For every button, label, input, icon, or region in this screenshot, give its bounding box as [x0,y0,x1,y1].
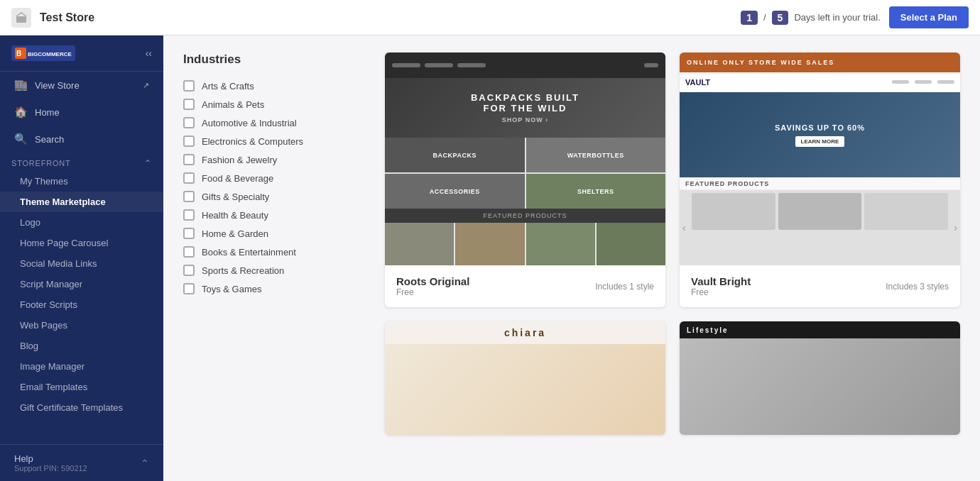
roots-theme-name: Roots Original [396,275,469,287]
roots-nav-dot-2 [425,63,453,67]
sidebar-item-view-store[interactable]: 🏬 View Store ↗ [0,72,163,99]
sidebar-item-label: View Store [35,80,80,91]
sidebar-item-theme-marketplace[interactable]: Theme Marketplace [0,192,163,212]
industry-checkbox[interactable] [183,283,195,294]
sidebar-item-web-pages[interactable]: Web Pages [0,315,163,336]
store-icon [11,8,31,28]
industry-health[interactable]: Health & Beauty [183,206,368,224]
industries-title: Industries [183,52,368,67]
themes-grid: BACKPACKS BUILT FOR THE WILD SHOP NOW › … [385,52,960,435]
vault-navigation: VAULT [680,72,960,92]
industry-checkbox[interactable] [183,246,195,258]
sidebar-item-search[interactable]: 🔍 Search [0,126,163,153]
chiara-hero [385,344,665,435]
roots-product-2 [455,223,524,265]
roots-product-grid: BACKPACKS WATERBOTTLES ACCESSORIES SHELT… [385,138,665,209]
sidebar-item-gift-certificate-templates[interactable]: Gift Certificate Templates [0,397,163,418]
theme-card-roots-original[interactable]: BACKPACKS BUILT FOR THE WILD SHOP NOW › … [385,52,665,307]
industry-checkbox[interactable] [183,136,195,147]
theme-card-chiara[interactable]: chiara [385,321,665,435]
sidebar-collapse-button[interactable]: ‹‹ [146,48,152,59]
sidebar-item-blog[interactable]: Blog [0,336,163,356]
sidebar-item-image-manager[interactable]: Image Manager [0,356,163,377]
vault-carousel-items [689,190,952,233]
sidebar-item-footer-scripts[interactable]: Footer Scripts [0,294,163,315]
roots-product-3 [526,223,595,265]
roots-hero: BACKPACKS BUILT FOR THE WILD SHOP NOW › [385,78,665,138]
industry-animals-pets[interactable]: Animals & Pets [183,95,368,114]
chiara-preview: chiara [385,321,665,435]
industry-toys[interactable]: Toys & Games [183,280,368,298]
industry-home-garden[interactable]: Home & Garden [183,224,368,243]
industries-panel: Industries Arts & Crafts Animals & Pets … [183,52,368,298]
trial-info: 1 / 5 Days left in your trial. [741,11,881,25]
industry-fashion[interactable]: Fashion & Jewelry [183,150,368,169]
industry-arts-crafts[interactable]: Arts & Crafts [183,77,368,95]
chiara-logo: chiara [504,327,546,338]
sidebar-item-social-media-links[interactable]: Social Media Links [0,253,163,274]
svg-text:BIGCOMMERCE: BIGCOMMERCE [28,51,72,57]
vault-featured-title: FEATURED PRODUCTS [680,177,960,190]
industry-checkbox[interactable] [183,172,195,184]
sidebar-item-home[interactable]: 🏠 Home [0,99,163,126]
sidebar: B BIGCOMMERCE ‹‹ 🏬 View Store ↗ 🏠 Home 🔍… [0,35,163,481]
industry-automotive[interactable]: Automotive & Industrial [183,114,368,132]
industry-sports[interactable]: Sports & Recreation [183,261,368,280]
vault-card-info: Vault Bright Free Includes 3 styles [680,265,960,307]
industry-electronics[interactable]: Electronics & Computers [183,132,368,150]
roots-product-1 [385,223,454,265]
vault-promo-bar: ONLINE ONLY STORE WIDE SALES [680,52,960,72]
industry-checkbox[interactable] [183,265,195,276]
sidebar-item-logo[interactable]: Logo [0,212,163,233]
vault-styles: Includes 3 styles [886,282,949,292]
sidebar-item-home-page-carousel[interactable]: Home Page Carousel [0,233,163,253]
theme-card-vault-bright[interactable]: ONLINE ONLY STORE WIDE SALES VAULT [680,52,960,307]
vault-hero-line1: SAVINGS UP TO 60% [775,123,865,132]
roots-styles: Includes 1 style [595,282,654,292]
external-link-icon: ↗ [143,81,149,90]
industry-checkbox[interactable] [183,228,195,239]
roots-nav-dot-4 [644,63,658,67]
vault-name-price: Vault Bright Free [691,275,751,297]
vault-logo-text: VAULT [685,78,710,87]
sidebar-logo: B BIGCOMMERCE ‹‹ [0,35,163,72]
section-collapse-icon[interactable]: ⌃ [144,158,152,168]
store-nav-icon: 🏬 [14,79,28,92]
lifestyle-nav-bar: Lifestyle [680,321,960,338]
trial-days-2: 5 [772,11,789,25]
sidebar-item-label: Home [35,107,60,118]
content-area: Industries Arts & Crafts Animals & Pets … [183,52,960,435]
roots-hero-cta: SHOP NOW › [471,116,579,123]
industry-checkbox[interactable] [183,117,195,128]
header: Test Store 1 / 5 Days left in your trial… [0,0,980,35]
storefront-label: Storefront [11,159,71,167]
vault-nav-link-2 [915,80,932,84]
vault-prev-arrow[interactable]: ‹ [680,190,689,265]
industry-checkbox[interactable] [183,191,195,202]
sidebar-item-email-templates[interactable]: Email Templates [0,377,163,397]
support-pin: Support PIN: 590212 [14,464,87,472]
roots-name-price: Roots Original Free [396,275,469,297]
vault-nav-link-3 [937,80,954,84]
sidebar-item-my-themes[interactable]: My Themes [0,171,163,192]
footer-chevron-icon[interactable]: ⌃ [141,458,149,469]
industry-checkbox[interactable] [183,209,195,221]
industry-gifts[interactable]: Gifts & Specialty [183,187,368,206]
vault-carousel-item-2 [778,193,862,230]
industry-checkbox[interactable] [183,99,195,110]
app-body: B BIGCOMMERCE ‹‹ 🏬 View Store ↗ 🏠 Home 🔍… [0,35,980,481]
main-content: Industries Arts & Crafts Animals & Pets … [163,35,980,481]
vault-nav-links [892,80,954,84]
roots-grid-waterbottles: WATERBOTTLES [526,138,666,172]
select-plan-button[interactable]: Select a Plan [889,6,969,28]
vault-next-arrow[interactable]: › [951,190,960,265]
industry-books[interactable]: Books & Entertainment [183,243,368,261]
industry-food[interactable]: Food & Beverage [183,169,368,187]
theme-card-lifestyle[interactable]: Lifestyle [680,321,960,435]
svg-rect-0 [16,16,26,23]
lifestyle-logo: Lifestyle [687,326,729,334]
industry-checkbox[interactable] [183,154,195,165]
industry-checkbox[interactable] [183,80,195,92]
trial-separator: / [763,12,766,23]
sidebar-item-script-manager[interactable]: Script Manager [0,274,163,294]
